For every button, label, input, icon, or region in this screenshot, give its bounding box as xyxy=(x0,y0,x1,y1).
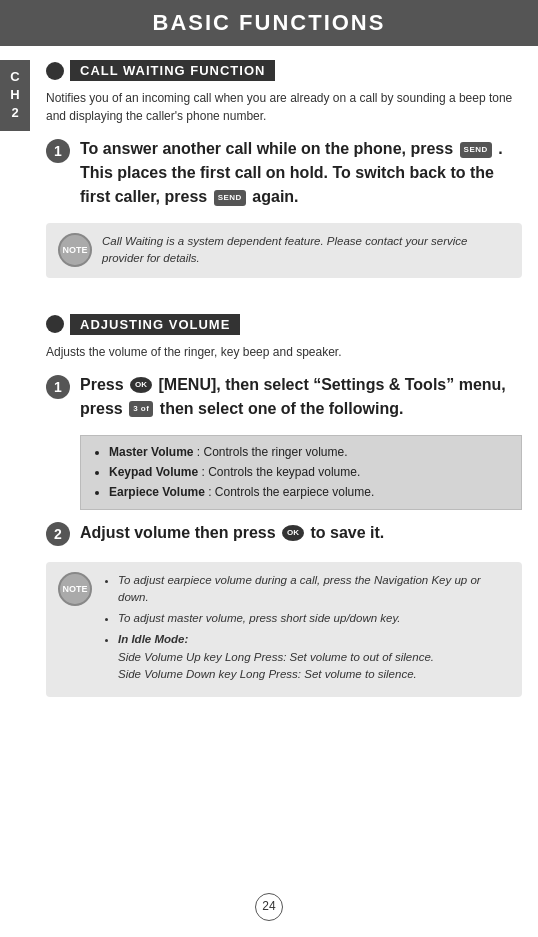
volume-note-bullet1: To adjust earpiece volume during a call,… xyxy=(118,572,510,607)
3of-button-icon: 3 of xyxy=(129,401,153,417)
idle-mode-bold: In Idle Mode: xyxy=(118,633,188,645)
earpiece-volume-label: Earpiece Volume xyxy=(109,485,205,499)
call-waiting-section-header: CALL WAITING FUNCTION xyxy=(46,60,522,81)
send-button-icon1: SEND xyxy=(460,142,492,158)
volume-step2-text: Adjust volume then press OK to save it. xyxy=(80,521,522,545)
volume-list-item-master: Master Volume : Controls the ringer volu… xyxy=(109,442,509,462)
master-volume-label: Master Volume xyxy=(109,445,193,459)
volume-list-item-keypad: Keypad Volume : Controls the keypad volu… xyxy=(109,462,509,482)
note-icon-2: NOTE xyxy=(58,572,92,606)
section-dot xyxy=(46,62,64,80)
volume-step1-text: Press OK [MENU], then select “Settings &… xyxy=(80,373,522,421)
step-number-vol-2: 2 xyxy=(46,522,70,546)
adjusting-volume-desc: Adjusts the volume of the ringer, key be… xyxy=(46,343,522,361)
ok-button-icon1: OK xyxy=(130,377,152,393)
step-number-vol-1: 1 xyxy=(46,375,70,399)
main-content: CALL WAITING FUNCTION Notifies you of an… xyxy=(30,46,538,755)
volume-step1: 1 Press OK [MENU], then select “Settings… xyxy=(46,373,522,421)
call-waiting-note: NOTE Call Waiting is a system dependent … xyxy=(46,223,522,278)
idle-mode-text: Side Volume Up key Long Press: Set volum… xyxy=(118,651,434,680)
page-title: BASIC FUNCTIONS xyxy=(0,10,538,36)
chapter-sidebar: CH2 xyxy=(0,60,30,131)
section-dot-2 xyxy=(46,315,64,333)
volume-note-list: To adjust earpiece volume during a call,… xyxy=(102,572,510,684)
adjusting-volume-section-header: ADJUSTING VOLUME xyxy=(46,314,522,335)
send-button-icon2: SEND xyxy=(214,190,246,206)
page-number: 24 xyxy=(255,893,283,921)
step-number-1: 1 xyxy=(46,139,70,163)
page-number-container: 24 xyxy=(0,893,538,921)
volume-note-bullet2: To adjust master volume, press short sid… xyxy=(118,610,510,627)
volume-list: Master Volume : Controls the ringer volu… xyxy=(80,435,522,510)
volume-step1-end: then select one of the following. xyxy=(160,400,404,417)
volume-note-text: To adjust earpiece volume during a call,… xyxy=(102,572,510,688)
ok-button-icon2: OK xyxy=(282,525,304,541)
step1-text-end: again. xyxy=(252,188,298,205)
note-icon: NOTE xyxy=(58,233,92,267)
call-waiting-desc: Notifies you of an incoming call when yo… xyxy=(46,89,522,125)
call-waiting-note-text: Call Waiting is a system dependent featu… xyxy=(102,233,510,268)
keypad-volume-desc: : Controls the keypad volume. xyxy=(201,465,360,479)
call-waiting-step1: 1 To answer another call while on the ph… xyxy=(46,137,522,209)
keypad-volume-label: Keypad Volume xyxy=(109,465,198,479)
volume-list-item-earpiece: Earpiece Volume : Controls the earpiece … xyxy=(109,482,509,502)
page-header: BASIC FUNCTIONS xyxy=(0,0,538,46)
adjusting-volume-title: ADJUSTING VOLUME xyxy=(70,314,240,335)
volume-step2-bold: Adjust volume then press xyxy=(80,524,276,541)
volume-step2-end: to save it. xyxy=(311,524,385,541)
call-waiting-title: CALL WAITING FUNCTION xyxy=(70,60,275,81)
master-volume-desc: : Controls the ringer volume. xyxy=(197,445,348,459)
earpiece-volume-desc: : Controls the earpiece volume. xyxy=(208,485,374,499)
volume-note-bullet3: In Idle Mode: Side Volume Up key Long Pr… xyxy=(118,631,510,683)
volume-note: NOTE To adjust earpiece volume during a … xyxy=(46,562,522,698)
step1-text-bold: To answer another call while on the phon… xyxy=(80,140,453,157)
volume-step1-bold: Press xyxy=(80,376,124,393)
volume-step2: 2 Adjust volume then press OK to save it… xyxy=(46,520,522,546)
step1-text: To answer another call while on the phon… xyxy=(80,137,522,209)
